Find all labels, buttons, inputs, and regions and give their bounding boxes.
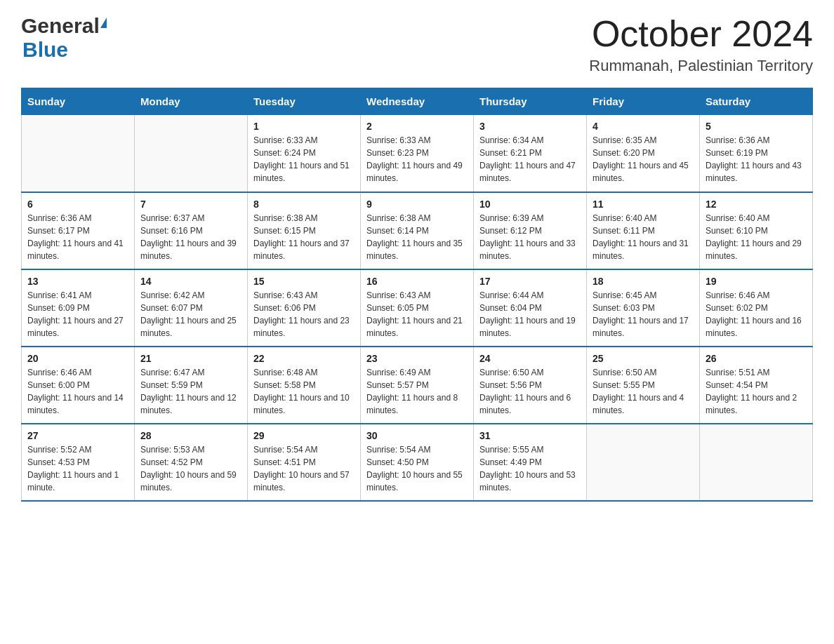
day-number: 16 [366,276,468,287]
day-info: Sunrise: 6:37 AMSunset: 6:16 PMDaylight:… [140,212,241,262]
day-number: 30 [366,430,468,441]
weekday-header-thursday: Thursday [474,88,587,115]
day-info: Sunrise: 6:40 AMSunset: 6:11 PMDaylight:… [593,212,694,262]
day-info: Sunrise: 6:41 AMSunset: 6:09 PMDaylight:… [27,289,128,340]
day-number: 14 [140,276,241,287]
calendar-cell [587,424,700,501]
day-number: 7 [140,199,241,210]
calendar-cell [22,115,135,192]
day-info: Sunrise: 6:40 AMSunset: 6:10 PMDaylight:… [706,212,807,262]
weekday-header-sunday: Sunday [22,88,135,115]
calendar-cell: 18Sunrise: 6:45 AMSunset: 6:03 PMDayligh… [587,269,700,347]
calendar-cell: 8Sunrise: 6:38 AMSunset: 6:15 PMDaylight… [248,192,361,269]
logo-triangle-icon [100,18,107,28]
calendar-week-row: 13Sunrise: 6:41 AMSunset: 6:09 PMDayligh… [22,269,813,347]
calendar-cell: 2Sunrise: 6:33 AMSunset: 6:23 PMDaylight… [361,115,474,192]
calendar-cell: 7Sunrise: 6:37 AMSunset: 6:16 PMDaylight… [135,192,248,269]
calendar-cell: 9Sunrise: 6:38 AMSunset: 6:14 PMDaylight… [361,192,474,269]
day-info: Sunrise: 6:43 AMSunset: 6:05 PMDaylight:… [366,289,468,340]
calendar-cell: 24Sunrise: 6:50 AMSunset: 5:56 PMDayligh… [474,347,587,424]
day-number: 27 [27,430,128,441]
title-area: October 2024 Rummanah, Palestinian Terri… [589,14,813,75]
weekday-header-friday: Friday [587,88,700,115]
calendar-cell: 25Sunrise: 6:50 AMSunset: 5:55 PMDayligh… [587,347,700,424]
day-number: 18 [593,276,694,287]
calendar-cell: 20Sunrise: 6:46 AMSunset: 6:00 PMDayligh… [22,347,135,424]
calendar-cell: 13Sunrise: 6:41 AMSunset: 6:09 PMDayligh… [22,269,135,347]
day-info: Sunrise: 5:55 AMSunset: 4:49 PMDaylight:… [479,443,581,494]
day-number: 24 [479,353,581,364]
day-number: 23 [366,353,468,364]
calendar-cell: 27Sunrise: 5:52 AMSunset: 4:53 PMDayligh… [22,424,135,501]
day-info: Sunrise: 6:33 AMSunset: 6:24 PMDaylight:… [253,134,355,185]
day-number: 29 [253,430,355,441]
calendar-week-row: 6Sunrise: 6:36 AMSunset: 6:17 PMDaylight… [22,192,813,269]
day-number: 15 [253,276,355,287]
calendar-cell: 11Sunrise: 6:40 AMSunset: 6:11 PMDayligh… [587,192,700,269]
calendar-cell: 3Sunrise: 6:34 AMSunset: 6:21 PMDaylight… [474,115,587,192]
day-number: 31 [479,430,581,441]
calendar-cell: 22Sunrise: 6:48 AMSunset: 5:58 PMDayligh… [248,347,361,424]
day-info: Sunrise: 6:48 AMSunset: 5:58 PMDaylight:… [253,366,355,417]
logo-blue-text: Blue [22,38,68,62]
day-number: 5 [706,121,807,132]
calendar-week-row: 20Sunrise: 6:46 AMSunset: 6:00 PMDayligh… [22,347,813,424]
day-number: 20 [27,353,128,364]
day-info: Sunrise: 6:47 AMSunset: 5:59 PMDaylight:… [140,366,241,417]
day-info: Sunrise: 6:42 AMSunset: 6:07 PMDaylight:… [140,289,241,340]
day-info: Sunrise: 6:36 AMSunset: 6:17 PMDaylight:… [27,212,128,262]
calendar-cell [135,115,248,192]
day-info: Sunrise: 6:34 AMSunset: 6:21 PMDaylight:… [479,134,581,185]
day-info: Sunrise: 6:38 AMSunset: 6:15 PMDaylight:… [253,212,355,262]
weekday-header-monday: Monday [135,88,248,115]
calendar-week-row: 1Sunrise: 6:33 AMSunset: 6:24 PMDaylight… [22,115,813,192]
day-number: 12 [706,199,807,210]
calendar-cell: 4Sunrise: 6:35 AMSunset: 6:20 PMDaylight… [587,115,700,192]
calendar-cell: 23Sunrise: 6:49 AMSunset: 5:57 PMDayligh… [361,347,474,424]
logo-general-text: General [21,14,100,38]
calendar-cell: 15Sunrise: 6:43 AMSunset: 6:06 PMDayligh… [248,269,361,347]
calendar-cell: 16Sunrise: 6:43 AMSunset: 6:05 PMDayligh… [361,269,474,347]
day-info: Sunrise: 6:35 AMSunset: 6:20 PMDaylight:… [593,134,694,185]
day-info: Sunrise: 6:50 AMSunset: 5:55 PMDaylight:… [593,366,694,417]
day-info: Sunrise: 6:38 AMSunset: 6:14 PMDaylight:… [366,212,468,262]
logo: General Blue [21,14,107,62]
calendar-cell: 5Sunrise: 6:36 AMSunset: 6:19 PMDaylight… [700,115,813,192]
day-info: Sunrise: 6:43 AMSunset: 6:06 PMDaylight:… [253,289,355,340]
weekday-header-saturday: Saturday [700,88,813,115]
day-info: Sunrise: 6:46 AMSunset: 6:00 PMDaylight:… [27,366,128,417]
day-number: 1 [253,121,355,132]
weekday-header-row: SundayMondayTuesdayWednesdayThursdayFrid… [22,88,813,115]
calendar-cell: 28Sunrise: 5:53 AMSunset: 4:52 PMDayligh… [135,424,248,501]
day-number: 22 [253,353,355,364]
calendar-cell: 26Sunrise: 5:51 AMSunset: 4:54 PMDayligh… [700,347,813,424]
day-info: Sunrise: 5:53 AMSunset: 4:52 PMDaylight:… [140,443,241,494]
calendar-cell [700,424,813,501]
day-info: Sunrise: 5:51 AMSunset: 4:54 PMDaylight:… [706,366,807,417]
day-info: Sunrise: 6:45 AMSunset: 6:03 PMDaylight:… [593,289,694,340]
day-number: 2 [366,121,468,132]
calendar-cell: 31Sunrise: 5:55 AMSunset: 4:49 PMDayligh… [474,424,587,501]
day-number: 8 [253,199,355,210]
calendar-cell: 19Sunrise: 6:46 AMSunset: 6:02 PMDayligh… [700,269,813,347]
location-title: Rummanah, Palestinian Territory [589,57,813,75]
day-number: 17 [479,276,581,287]
day-info: Sunrise: 6:33 AMSunset: 6:23 PMDaylight:… [366,134,468,185]
day-number: 10 [479,199,581,210]
day-number: 3 [479,121,581,132]
day-info: Sunrise: 6:39 AMSunset: 6:12 PMDaylight:… [479,212,581,262]
page-header: General Blue October 2024 Rummanah, Pale… [21,14,813,75]
day-info: Sunrise: 6:50 AMSunset: 5:56 PMDaylight:… [479,366,581,417]
day-info: Sunrise: 6:46 AMSunset: 6:02 PMDaylight:… [706,289,807,340]
day-number: 21 [140,353,241,364]
day-info: Sunrise: 5:54 AMSunset: 4:51 PMDaylight:… [253,443,355,494]
calendar-cell: 1Sunrise: 6:33 AMSunset: 6:24 PMDaylight… [248,115,361,192]
weekday-header-tuesday: Tuesday [248,88,361,115]
day-info: Sunrise: 6:49 AMSunset: 5:57 PMDaylight:… [366,366,468,417]
month-title: October 2024 [589,14,813,54]
calendar-cell: 10Sunrise: 6:39 AMSunset: 6:12 PMDayligh… [474,192,587,269]
day-number: 4 [593,121,694,132]
calendar-cell: 6Sunrise: 6:36 AMSunset: 6:17 PMDaylight… [22,192,135,269]
calendar-cell: 21Sunrise: 6:47 AMSunset: 5:59 PMDayligh… [135,347,248,424]
calendar-cell: 30Sunrise: 5:54 AMSunset: 4:50 PMDayligh… [361,424,474,501]
